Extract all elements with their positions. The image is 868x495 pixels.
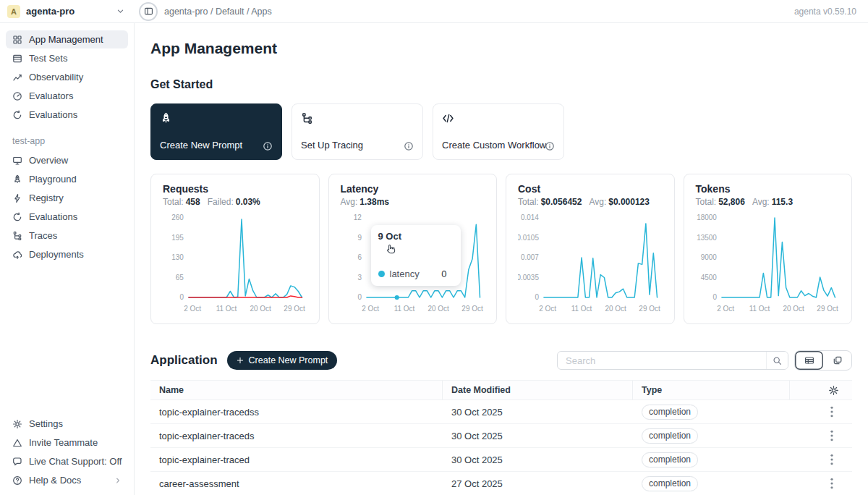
sidebar-item-evaluations[interactable]: Evaluations — [6, 106, 128, 124]
search-icon — [773, 356, 782, 365]
table-settings-button[interactable] — [828, 385, 839, 396]
sidebar-item-help-docs[interactable]: Help & Docs — [6, 471, 128, 489]
metric-label: Total: — [518, 197, 539, 207]
column-header-name[interactable]: Name — [150, 381, 443, 399]
create-custom-workflow-card[interactable]: Create Custom Workflow — [433, 103, 564, 160]
sidebar-item-registry[interactable]: Registry — [6, 189, 128, 207]
get-started-cards: Create New PromptSet Up TracingCreate Cu… — [150, 103, 852, 160]
svg-text:0.007: 0.007 — [521, 253, 539, 261]
sidebar-item-deployments[interactable]: Deployments — [6, 245, 128, 263]
stat-title: Latency — [341, 183, 485, 195]
svg-text:2 Oct: 2 Oct — [717, 305, 734, 313]
svg-text:0: 0 — [357, 293, 362, 301]
svg-text:0: 0 — [535, 293, 539, 301]
info-icon[interactable] — [545, 141, 555, 151]
create-new-prompt-card[interactable]: Create New Prompt — [150, 103, 282, 160]
row-name: topic-explainer-traceds — [150, 431, 443, 441]
metric-value: 458 — [186, 197, 200, 207]
svg-text:9: 9 — [357, 234, 362, 242]
sidebar-item-evaluations[interactable]: Evaluations — [6, 208, 128, 226]
sidebar-item-settings[interactable]: Settings — [6, 415, 128, 433]
info-icon[interactable] — [263, 141, 273, 151]
workspace-avatar: A — [7, 5, 20, 18]
svg-text:2 Oct: 2 Oct — [184, 305, 201, 313]
svg-text:29 Oct: 29 Oct — [284, 305, 305, 313]
help-icon — [12, 475, 22, 486]
table-row[interactable]: career-assessment27 Oct 2025completion — [150, 472, 852, 495]
row-menu-button[interactable] — [825, 452, 839, 467]
chevron-down-icon — [116, 7, 124, 15]
stat-cards: RequestsTotal:458Failed:0.03%06513019526… — [150, 174, 852, 324]
metric-value: 0.03% — [236, 197, 260, 207]
tooltip-date: 9 Oct — [378, 231, 454, 242]
workspace-switcher[interactable]: A agenta-pro — [0, 5, 135, 18]
stat-metrics: Total:52,806Avg:115.3 — [696, 197, 841, 207]
sidebar-item-invite-teammate[interactable]: Invite Teammate — [6, 433, 128, 452]
sidebar-item-observability[interactable]: Observability — [6, 68, 128, 86]
grid-icon — [12, 35, 22, 45]
table-row[interactable]: topic-explainer-tracedss30 Oct 2025compl… — [150, 400, 852, 424]
row-menu-button[interactable] — [825, 428, 839, 443]
svg-text:4500: 4500 — [700, 274, 717, 282]
sidebar-item-test-sets[interactable]: Test Sets — [6, 49, 128, 67]
table-row[interactable]: topic-explainer-traceds30 Oct 2025comple… — [150, 424, 852, 448]
table-view-button[interactable] — [795, 351, 823, 370]
sidebar-item-label: Test Sets — [29, 53, 67, 64]
plus-icon — [237, 357, 244, 364]
refresh-icon — [12, 110, 22, 120]
row-name: career-assessment — [150, 478, 443, 489]
chat-icon — [12, 457, 22, 467]
card-label: Create New Prompt — [160, 140, 242, 151]
card-view-button[interactable] — [823, 351, 851, 370]
svg-text:11 Oct: 11 Oct — [216, 305, 237, 313]
svg-text:9000: 9000 — [700, 253, 717, 261]
column-header-date-modified[interactable]: Date Modified — [443, 381, 633, 399]
tokens-stat-card: TokensTotal:52,806Avg:115.30450090001350… — [684, 174, 853, 324]
type-badge: completion — [642, 405, 698, 420]
sidebar-item-app-management[interactable]: App Management — [6, 30, 128, 48]
svg-text:11 Oct: 11 Oct — [393, 305, 414, 313]
stat-title: Requests — [163, 183, 307, 195]
svg-text:12: 12 — [353, 213, 362, 221]
search-box — [557, 351, 788, 370]
metric-label: Failed: — [208, 197, 234, 207]
svg-text:0.0105: 0.0105 — [518, 234, 539, 242]
search-input[interactable] — [558, 355, 766, 366]
stat-metrics: Total:458Failed:0.03% — [163, 197, 307, 207]
app-version: agenta v0.59.10 — [794, 7, 868, 17]
svg-text:20 Oct: 20 Oct — [605, 305, 626, 313]
sidebar-item-playground[interactable]: Playground — [6, 170, 128, 188]
sidebar-item-label: Evaluations — [29, 109, 77, 120]
application-title: Application — [150, 353, 218, 368]
table-row[interactable]: topic-explainer-traced30 Oct 2025complet… — [150, 448, 852, 472]
row-menu-button[interactable] — [825, 405, 839, 419]
sidebar-item-evaluators[interactable]: Evaluators — [6, 87, 128, 105]
stat-title: Cost — [518, 183, 663, 195]
sidebar-item-overview[interactable]: Overview — [6, 151, 128, 169]
sidebar-item-label: Overview — [29, 155, 68, 166]
gear-icon — [12, 419, 22, 429]
stat-metrics: Avg:1.38ms — [341, 197, 485, 207]
set-up-tracing-card[interactable]: Set Up Tracing — [292, 103, 423, 160]
info-icon[interactable] — [404, 141, 414, 151]
metric-label: Total: — [696, 197, 717, 207]
metric-value: $0.000123 — [608, 197, 650, 207]
column-header-type[interactable]: Type — [633, 381, 790, 399]
sidebar-panel-icon — [144, 7, 153, 16]
svg-text:0.014: 0.014 — [521, 213, 539, 221]
sidebar-item-traces[interactable]: Traces — [6, 227, 128, 245]
lightning-icon — [12, 193, 22, 203]
requests-chart: 0651301952602 Oct11 Oct20 Oct29 Oct — [163, 211, 307, 316]
requests-stat-card: RequestsTotal:458Failed:0.03%06513019526… — [150, 174, 320, 324]
card-label: Set Up Tracing — [301, 140, 363, 151]
sidebar-item-live-chat-support-off[interactable]: Live Chat Support: Off — [6, 452, 128, 470]
sidebar-toggle-button[interactable] — [139, 2, 158, 21]
svg-text:260: 260 — [171, 213, 184, 221]
workspace-name: agenta-pro — [26, 6, 75, 17]
row-menu-button[interactable] — [825, 476, 839, 491]
search-button[interactable] — [766, 352, 788, 369]
metric-label: Avg: — [341, 197, 358, 207]
latency-stat-card: LatencyAvg:1.38ms0369122 Oct11 Oct20 Oct… — [328, 174, 498, 324]
get-started-title: Get Started — [150, 78, 852, 91]
create-new-prompt-button[interactable]: Create New Prompt — [227, 351, 338, 370]
